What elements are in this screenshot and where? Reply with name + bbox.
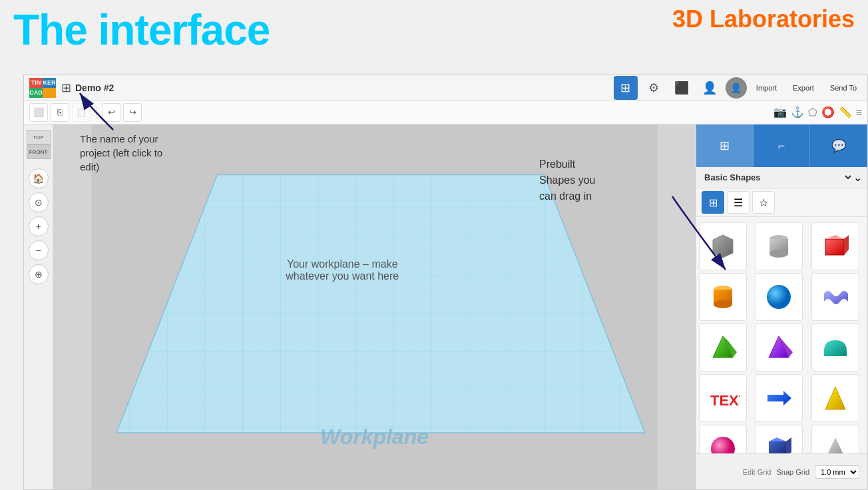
- right-panel: ⊞ ⌐ 💬 Basic Shapes ⌄ ⊞ ☰ ☆: [696, 124, 867, 489]
- panel-grid-icon[interactable]: ⊞: [702, 191, 724, 214]
- logo-cad2: [43, 88, 56, 98]
- svg-point-24: [711, 437, 735, 453]
- shapes-grid: TEXT: [696, 220, 867, 453]
- second-toolbar: ⬜ ⎘ 📋 ↩ ↪ 📷 ⚓ ⬠ ⭕ 📏 ≡: [24, 101, 867, 124]
- view-top[interactable]: TOP: [27, 130, 51, 144]
- brand-logo: 3D Laboratories: [672, 5, 855, 33]
- project-name[interactable]: Demo #2: [75, 83, 614, 93]
- shape-sphere-blue[interactable]: [755, 273, 803, 321]
- view-front[interactable]: FRONT: [27, 144, 51, 159]
- shape-pyramid-green[interactable]: [699, 324, 747, 371]
- anchor-icon[interactable]: ⚓: [791, 106, 804, 119]
- page-title: The interface: [13, 5, 270, 55]
- avatar[interactable]: 👤: [726, 77, 747, 99]
- panel-list-icon[interactable]: ☰: [727, 191, 750, 214]
- shape-sphere-pink[interactable]: [699, 425, 747, 453]
- logo-cad1: CAD: [29, 88, 43, 98]
- panel-star-icon[interactable]: ☆: [752, 191, 775, 214]
- home-btn[interactable]: 🏠: [29, 168, 49, 188]
- shape-box-red[interactable]: [811, 222, 859, 270]
- shape-cylinder-orange[interactable]: [699, 273, 747, 321]
- svg-rect-25: [769, 441, 787, 453]
- import-button[interactable]: Import: [751, 81, 782, 95]
- grid-icon-btn[interactable]: ⊞: [614, 76, 638, 100]
- orbit-btn[interactable]: ⊙: [29, 192, 49, 212]
- main-content: TOP FRONT 🏠 ⊙ + − ⊕: [24, 124, 867, 489]
- tools-icon-btn[interactable]: ⚙: [642, 76, 666, 100]
- shape-pyramid-purple[interactable]: [755, 324, 803, 371]
- panel-tabs: ⊞ ⌐ 💬: [696, 124, 867, 167]
- shape-cone-grey[interactable]: [811, 425, 859, 453]
- edit-grid-label: Edit Grid: [743, 468, 771, 476]
- brand-name: Laboratories: [710, 5, 855, 33]
- svg-marker-23: [825, 387, 845, 409]
- svg-marker-22: [767, 391, 791, 405]
- view-cube: TOP FRONT: [27, 130, 51, 159]
- svg-marker-6: [713, 235, 733, 258]
- svg-point-9: [769, 250, 788, 258]
- snap-grid-label: Snap Grid: [776, 468, 809, 476]
- fit-btn[interactable]: ⊕: [29, 264, 49, 284]
- logo-tin: TIN: [29, 78, 43, 88]
- svg-point-16: [767, 285, 791, 309]
- shape-pyramid-yellow[interactable]: [811, 374, 859, 422]
- circle-icon[interactable]: ⭕: [821, 106, 835, 119]
- dropdown-icon: ⌄: [853, 171, 862, 184]
- top-bar-right: ⊞ ⚙ ⬛ 👤 👤 Import Export Send To: [614, 76, 862, 100]
- shapes-header: Basic Shapes ⌄: [696, 167, 867, 188]
- annotation-project-text: The name of your project (left click to …: [80, 132, 200, 174]
- shape-cylinder-grey[interactable]: [755, 222, 803, 270]
- redo-btn[interactable]: ↪: [123, 103, 142, 122]
- shape-box-grey[interactable]: [699, 222, 747, 270]
- shapes-panel-icons: ⊞ ☰ ☆: [696, 188, 867, 217]
- paste-btn[interactable]: 📋: [72, 103, 91, 122]
- svg-marker-27: [786, 437, 791, 453]
- pentagon-icon[interactable]: ⬠: [808, 106, 817, 119]
- top-bar: TIN KER CAD ⊞ Demo #2 ⊞ ⚙ ⬛ 👤 👤 Import E…: [24, 75, 867, 101]
- align-icon[interactable]: ≡: [856, 107, 862, 119]
- shape-wave[interactable]: [811, 273, 859, 321]
- grid-view-icon: ⊞: [61, 81, 71, 95]
- shapes-dropdown[interactable]: Basic Shapes: [702, 172, 853, 183]
- copy-btn[interactable]: ⎘: [51, 103, 69, 122]
- zoom-out-btn[interactable]: −: [29, 240, 49, 260]
- snap-grid-select[interactable]: 1.0 mm: [815, 465, 859, 479]
- export-button[interactable]: Export: [787, 81, 819, 95]
- tab-wireframe[interactable]: ⌐: [754, 124, 811, 167]
- comment-tab-icon: 💬: [831, 138, 846, 153]
- svg-marker-26: [769, 437, 786, 441]
- svg-rect-10: [825, 239, 844, 255]
- shape-box-navy[interactable]: [755, 425, 803, 453]
- right-panel-bottom: Edit Grid Snap Grid 1.0 mm: [696, 453, 867, 489]
- import-export-row: Import Export Send To: [751, 81, 862, 95]
- separator-1: [96, 106, 97, 119]
- undo-btn[interactable]: ↩: [102, 103, 120, 122]
- ruler-icon[interactable]: 📏: [839, 106, 852, 119]
- grid-tab-icon: ⊞: [720, 138, 730, 153]
- toolbar-right: 📷 ⚓ ⬠ ⭕ 📏 ≡: [773, 106, 862, 119]
- shape-arrow-blue[interactable]: [755, 374, 803, 422]
- tab-comment[interactable]: 💬: [810, 124, 867, 167]
- svg-text:TEXT: TEXT: [710, 392, 740, 409]
- shape-halfcylinder-teal[interactable]: [811, 324, 859, 371]
- svg-marker-28: [825, 437, 845, 453]
- camera-icon[interactable]: 📷: [773, 106, 787, 119]
- zoom-in-btn[interactable]: +: [29, 216, 49, 236]
- select-tool-btn[interactable]: ⬜: [29, 103, 48, 122]
- logo-ker: KER: [43, 78, 56, 88]
- shape-text-red[interactable]: TEXT: [699, 374, 747, 422]
- wireframe-tab-icon: ⌐: [778, 139, 785, 153]
- person-icon-btn[interactable]: 👤: [698, 76, 722, 100]
- import-export-section: Import Export Send To: [751, 81, 862, 95]
- svg-marker-12: [844, 235, 849, 255]
- brand-highlight: 3D: [672, 5, 703, 33]
- tinkercad-logo[interactable]: TIN KER CAD: [29, 78, 56, 98]
- left-sidebar: TOP FRONT 🏠 ⊙ + − ⊕: [24, 124, 53, 489]
- svg-marker-11: [825, 235, 844, 239]
- send-to-button[interactable]: Send To: [825, 81, 862, 95]
- svg-point-15: [714, 300, 732, 308]
- cube-icon-btn[interactable]: ⬛: [670, 76, 694, 100]
- tab-grid[interactable]: ⊞: [696, 124, 754, 167]
- annotation-shapes-text: Prebuilt Shapes you can drag in: [539, 156, 672, 204]
